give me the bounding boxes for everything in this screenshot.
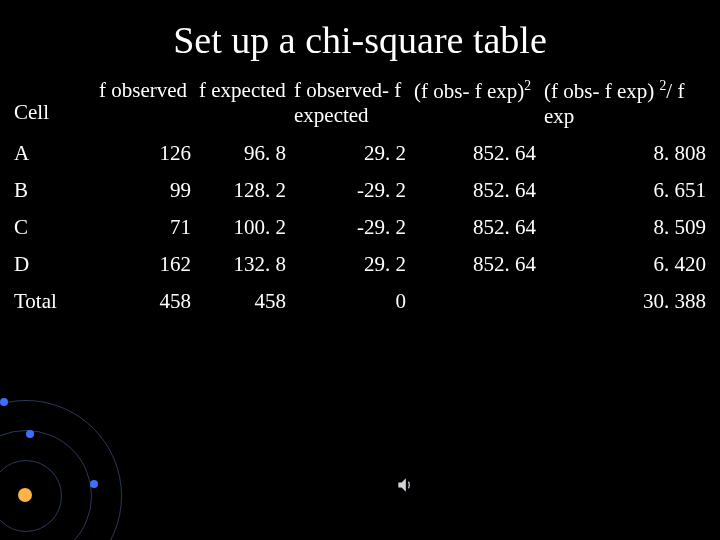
atom-decoration (0, 320, 160, 540)
cell-value: 852. 64 (410, 209, 540, 246)
data-table: Cell f observed f expected f observed- f… (10, 72, 710, 320)
table-row-total: Total 458 458 0 30. 388 (10, 283, 710, 320)
cell-value: 132. 8 (195, 246, 290, 283)
table-row: A 126 96. 8 29. 2 852. 64 8. 808 (10, 135, 710, 172)
cell-value (410, 283, 540, 320)
cell-value: 30. 388 (540, 283, 710, 320)
header-row: Cell f observed f expected f observed- f… (10, 72, 710, 135)
header-contrib: (f obs- f exp) 2/ f exp (540, 72, 710, 135)
cell-value: 8. 808 (540, 135, 710, 172)
header-contrib-text: (f obs- f exp) (544, 79, 659, 103)
header-fobserved: f observed (95, 72, 195, 135)
header-squared-text: (f obs- f exp) (414, 79, 524, 103)
cell-value: 852. 64 (410, 246, 540, 283)
cell-value: 162 (95, 246, 195, 283)
cell-value: 8. 509 (540, 209, 710, 246)
nucleus-icon (18, 488, 32, 502)
table-row: D 162 132. 8 29. 2 852. 64 6. 420 (10, 246, 710, 283)
sound-icon[interactable] (395, 475, 415, 495)
cell-label: B (10, 172, 95, 209)
cell-value: 0 (290, 283, 410, 320)
header-squared-sup: 2 (524, 78, 531, 93)
table-row: C 71 100. 2 -29. 2 852. 64 8. 509 (10, 209, 710, 246)
cell-value: 29. 2 (290, 135, 410, 172)
electron-icon (0, 398, 8, 406)
cell-value: -29. 2 (290, 172, 410, 209)
table-row: B 99 128. 2 -29. 2 852. 64 6. 651 (10, 172, 710, 209)
electron-icon (26, 430, 34, 438)
cell-value: 100. 2 (195, 209, 290, 246)
slide: Set up a chi-square table Cell f observe… (0, 0, 720, 540)
orbit-ring-icon (0, 430, 92, 540)
orbit-ring-icon (0, 460, 62, 532)
cell-value: 852. 64 (410, 172, 540, 209)
cell-value: 99 (95, 172, 195, 209)
cell-value: -29. 2 (290, 209, 410, 246)
cell-value: 852. 64 (410, 135, 540, 172)
orbit-ring-icon (0, 400, 122, 540)
cell-value: 71 (95, 209, 195, 246)
header-diff: f observed- f expected (290, 72, 410, 135)
cell-value: 6. 420 (540, 246, 710, 283)
header-fexpected: f expected (195, 72, 290, 135)
cell-label: Total (10, 283, 95, 320)
header-squared: (f obs- f exp)2 (410, 72, 540, 135)
page-title: Set up a chi-square table (0, 0, 720, 72)
cell-label: D (10, 246, 95, 283)
cell-value: 128. 2 (195, 172, 290, 209)
cell-value: 96. 8 (195, 135, 290, 172)
chi-square-table: Cell f observed f expected f observed- f… (0, 72, 720, 320)
cell-value: 458 (195, 283, 290, 320)
cell-value: 6. 651 (540, 172, 710, 209)
header-cell: Cell (10, 72, 95, 135)
cell-value: 126 (95, 135, 195, 172)
cell-value: 29. 2 (290, 246, 410, 283)
cell-label: A (10, 135, 95, 172)
electron-icon (90, 480, 98, 488)
cell-label: C (10, 209, 95, 246)
cell-value: 458 (95, 283, 195, 320)
